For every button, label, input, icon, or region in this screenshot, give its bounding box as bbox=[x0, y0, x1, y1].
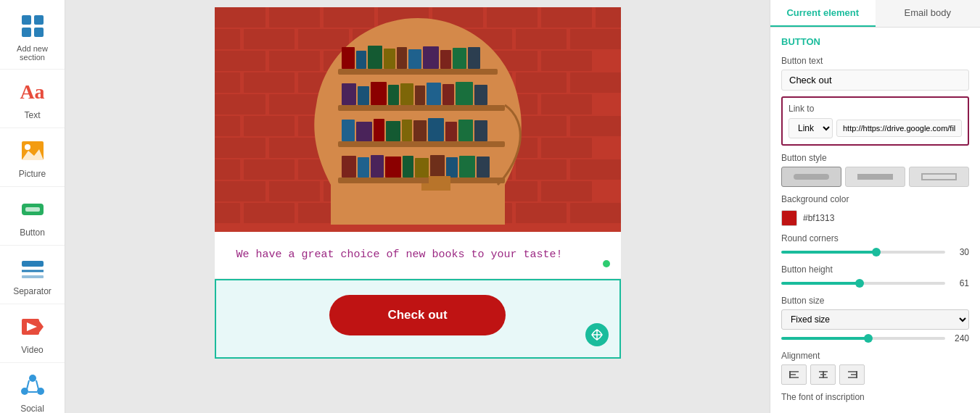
svg-rect-48 bbox=[215, 72, 240, 93]
picture-icon bbox=[17, 135, 48, 166]
style-btn-2[interactable] bbox=[845, 167, 905, 187]
style-btn-3[interactable] bbox=[909, 167, 969, 187]
svg-rect-116 bbox=[358, 86, 369, 105]
svg-rect-113 bbox=[453, 48, 466, 69]
panel-content: BUTTON Button text Link to Link Button s… bbox=[770, 28, 980, 413]
svg-rect-145 bbox=[421, 183, 450, 191]
svg-rect-103 bbox=[338, 141, 505, 147]
svg-rect-138 bbox=[385, 157, 401, 178]
checkout-button[interactable]: Check out bbox=[329, 295, 505, 335]
button-size-label: Button size bbox=[781, 296, 969, 306]
svg-rect-93 bbox=[215, 203, 240, 223]
svg-rect-33 bbox=[215, 29, 240, 49]
button-block[interactable]: Check out bbox=[215, 279, 621, 359]
svg-rect-105 bbox=[342, 47, 355, 69]
svg-rect-27 bbox=[324, 7, 374, 28]
email-container: We have a great choice of new books to y… bbox=[215, 7, 621, 359]
svg-rect-141 bbox=[430, 155, 445, 178]
style-btn-1[interactable] bbox=[781, 167, 841, 187]
sidebar-item-label: Picture bbox=[19, 169, 46, 179]
svg-rect-142 bbox=[446, 157, 458, 178]
svg-rect-122 bbox=[442, 84, 454, 105]
svg-rect-9 bbox=[22, 261, 44, 267]
svg-rect-86 bbox=[215, 181, 265, 201]
svg-rect-124 bbox=[474, 85, 487, 105]
button-icon bbox=[17, 194, 48, 225]
color-value: #bf1313 bbox=[803, 213, 834, 223]
svg-rect-78 bbox=[215, 159, 240, 180]
svg-rect-30 bbox=[487, 7, 538, 28]
link-to-section: Link to Link bbox=[781, 96, 969, 146]
svg-rect-42 bbox=[269, 51, 320, 71]
svg-rect-117 bbox=[371, 82, 387, 105]
svg-rect-40 bbox=[570, 29, 621, 49]
link-type-dropdown[interactable]: Link bbox=[788, 118, 833, 138]
sidebar-item-text[interactable]: Aa Text bbox=[0, 70, 65, 128]
sidebar-item-separator[interactable]: Separator bbox=[0, 246, 65, 304]
button-style-row bbox=[781, 167, 969, 187]
sidebar-item-video[interactable]: Video bbox=[0, 304, 65, 363]
svg-rect-118 bbox=[388, 85, 399, 105]
color-swatch[interactable] bbox=[781, 210, 797, 226]
svg-rect-2 bbox=[22, 28, 31, 37]
svg-line-18 bbox=[27, 380, 29, 389]
svg-rect-49 bbox=[244, 72, 295, 93]
sidebar-item-social[interactable]: Social bbox=[0, 363, 65, 413]
sidebar-item-button[interactable]: Button bbox=[0, 187, 65, 246]
svg-rect-25 bbox=[215, 7, 265, 28]
email-text-content: We have a great choice of new books to y… bbox=[236, 246, 599, 264]
svg-rect-47 bbox=[541, 51, 592, 71]
svg-rect-69 bbox=[516, 116, 567, 136]
svg-rect-54 bbox=[516, 72, 567, 93]
svg-rect-108 bbox=[384, 49, 395, 69]
button-height-slider[interactable] bbox=[781, 282, 945, 285]
svg-rect-94 bbox=[244, 203, 295, 223]
social-icon bbox=[17, 370, 48, 401]
svg-rect-120 bbox=[415, 85, 425, 105]
button-size-select[interactable]: Fixed size Auto bbox=[781, 309, 969, 330]
svg-rect-35 bbox=[298, 29, 349, 49]
button-text-label: Button text bbox=[781, 56, 969, 66]
svg-rect-102 bbox=[338, 105, 505, 111]
svg-rect-135 bbox=[342, 156, 356, 178]
link-url-input[interactable] bbox=[836, 120, 962, 137]
round-corners-slider[interactable] bbox=[781, 251, 945, 254]
text-block[interactable]: We have a great choice of new books to y… bbox=[215, 232, 621, 279]
svg-rect-133 bbox=[458, 120, 473, 141]
svg-rect-143 bbox=[459, 156, 475, 178]
size-slider[interactable] bbox=[781, 337, 945, 340]
green-dot bbox=[603, 260, 610, 267]
svg-rect-3 bbox=[34, 28, 44, 37]
round-corners-slider-row: 30 bbox=[781, 247, 969, 257]
panel-tabs: Current element Email body bbox=[770, 0, 980, 28]
svg-rect-85 bbox=[570, 159, 621, 180]
tab-email-body[interactable]: Email body bbox=[876, 0, 981, 27]
round-corners-label: Round corners bbox=[781, 233, 969, 243]
sidebar-item-picture[interactable]: Picture bbox=[0, 128, 65, 187]
sidebar-item-label: Text bbox=[24, 110, 40, 120]
button-style-label: Button style bbox=[781, 153, 969, 163]
text-icon: Aa bbox=[17, 77, 48, 107]
svg-rect-119 bbox=[400, 83, 413, 105]
button-text-input[interactable] bbox=[781, 70, 969, 91]
image-block[interactable] bbox=[215, 7, 621, 232]
link-to-label: Link to bbox=[788, 104, 962, 114]
svg-rect-115 bbox=[342, 83, 356, 105]
svg-rect-100 bbox=[570, 203, 621, 223]
sidebar-item-label: Add new section bbox=[17, 44, 48, 62]
svg-rect-34 bbox=[244, 29, 295, 49]
svg-rect-137 bbox=[371, 155, 384, 178]
svg-line-19 bbox=[36, 380, 38, 389]
tab-current-element[interactable]: Current element bbox=[770, 0, 876, 27]
round-corners-value: 30 bbox=[951, 247, 969, 257]
separator-icon bbox=[17, 253, 48, 283]
align-left-btn[interactable] bbox=[781, 364, 807, 385]
align-right-btn[interactable] bbox=[839, 364, 865, 385]
svg-rect-70 bbox=[570, 116, 621, 136]
align-center-btn[interactable] bbox=[810, 364, 836, 385]
button-height-value: 61 bbox=[951, 278, 969, 288]
sidebar-item-add-new-section[interactable]: Add new section bbox=[0, 4, 65, 70]
svg-rect-64 bbox=[244, 116, 295, 136]
svg-marker-13 bbox=[39, 321, 44, 333]
move-handle[interactable] bbox=[585, 323, 609, 346]
